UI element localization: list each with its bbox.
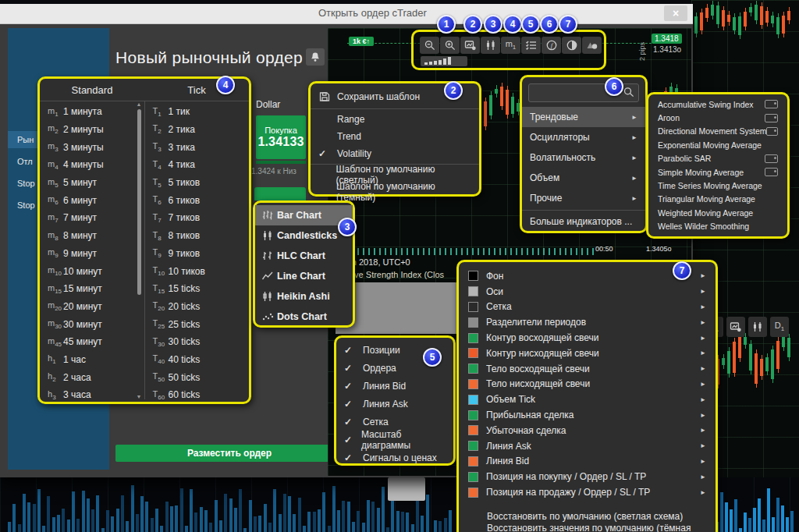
color-setting-item[interactable]: Разделители периодов► [459,314,716,330]
timeframe-item[interactable]: T55 тиков [145,174,250,192]
timeframe-item[interactable]: m44 минуты [40,156,144,174]
indicator-item[interactable]: Welles Wilder Smoothing [648,220,787,233]
timeframe-d1-button[interactable]: D1 [770,317,789,337]
close-button[interactable]: × [664,5,687,21]
timeframe-item[interactable]: m4545 минут [40,333,144,351]
timeframe-item[interactable]: h22 часа [40,368,144,386]
indicator-item[interactable]: Weighted Moving Average [648,206,787,219]
timeframe-item[interactable]: T77 тиков [145,209,250,227]
indicator-button[interactable] [481,37,500,54]
color-setting-item[interactable]: Линия Bid► [459,454,716,470]
timeframe-item[interactable]: m77 минут [40,209,144,227]
timeframe-item[interactable]: T5050 ticks [145,368,250,386]
timeframe-item[interactable]: T1515 ticks [145,280,250,298]
buy-button[interactable]: Покупка 1.34133 [256,115,306,159]
timeframe-item[interactable]: m33 минуты [40,138,144,156]
indicator-button[interactable] [748,317,767,337]
color-setting-item[interactable]: Убыточная сделка► [459,423,716,438]
timeframe-item[interactable]: m1515 минут [40,280,144,298]
view-option-item[interactable]: ✓Сигналы о ценах [336,449,453,466]
indicator-category-item[interactable]: Осцилляторы► [522,127,645,147]
chart-type-item[interactable]: Line Chart [255,266,353,286]
timeframe-item[interactable]: m55 минут [40,174,144,192]
timeframe-item[interactable]: T6060 ticks [145,386,250,404]
timeframe-item[interactable]: T1010 тиков [145,262,250,280]
indicator-item[interactable]: Simple Moving Average [648,165,787,179]
default-template-item[interactable]: Шаблон по умолчанию (темный) [311,183,479,200]
scrollbar-thumb[interactable] [137,109,141,295]
timeframe-item[interactable]: T4040 ticks [145,351,250,369]
timeframe-item[interactable]: T22 тика [145,121,250,139]
timeframe-item[interactable]: T2020 ticks [145,298,250,316]
color-setting-item[interactable]: Контур восходящей свечи► [459,330,716,346]
timeframe-m1-button[interactable]: m1 [501,37,520,54]
scroll-up-icon[interactable]: ▲ [137,101,142,107]
indicator-item[interactable]: Triangular Moving Average [648,193,787,206]
view-option-item[interactable]: ✓Линия Bid [336,377,453,395]
timeframe-item[interactable]: T44 тика [145,156,250,174]
color-setting-item[interactable]: Позиция на покупку / Ордер / SL / TP► [459,469,716,484]
reset-defaults-item[interactable]: Восстановить значения по умолчанию (тёмн… [459,525,716,532]
indicator-category-item[interactable]: Трендовые► [522,107,645,127]
indicator-category-item[interactable]: Прочие► [522,188,645,208]
indicator-category-item[interactable]: Объем► [522,168,645,188]
alerts-button[interactable] [306,48,325,66]
indicator-category-item[interactable]: Волатильность► [522,147,645,168]
color-setting-item[interactable]: Объем Tick► [459,392,716,407]
color-setting-item[interactable]: Тело восходящей свечи► [459,361,716,377]
volume-bars-button[interactable] [421,56,467,66]
chart-type-item[interactable]: Heikin Ashi [255,286,353,307]
view-option-item[interactable]: ✓Масштаб диаграммы [336,431,453,449]
preview-toggle-icon[interactable] [765,114,778,122]
preview-toggle-icon[interactable] [766,127,778,136]
timeframe-item[interactable]: m99 минут [40,245,144,263]
contrast-button[interactable] [562,37,581,54]
preview-toggle-icon[interactable] [765,168,778,176]
indicator-item[interactable]: Parabolic SAR [648,152,787,165]
timeframe-item[interactable]: T11 тик [145,103,250,121]
timeframe-item[interactable]: m3030 минут [40,315,144,333]
timeframe-item[interactable]: T88 тиков [145,227,250,245]
template-button[interactable] [726,317,745,337]
timeframe-item[interactable]: T66 тиков [145,191,250,209]
timeframe-item[interactable]: h33 часа [40,386,144,404]
color-setting-item[interactable]: Сетка► [459,300,716,315]
color-setting-item[interactable]: Тело нисходящей свечи► [459,377,716,392]
more-indicators-item[interactable]: Больше индикаторов ... [522,212,645,231]
color-setting-item[interactable]: Контур нисходящей свечи► [459,346,716,361]
color-setting-item[interactable]: Оси► [459,284,716,300]
timeframe-item[interactable]: m22 минуты [40,121,144,139]
timeframe-item[interactable]: T99 тиков [145,245,250,263]
timeframe-item[interactable]: h11 час [40,351,144,369]
indicator-item[interactable]: Aroon [648,111,787,124]
chart-type-item[interactable]: HLC Chart [255,246,353,266]
zoom-in-button[interactable] [440,37,460,54]
color-setting-item[interactable]: Позиция на продажу / Ордер / SL / TP► [459,484,716,500]
timeframe-item[interactable]: m11 минута [40,103,144,121]
preview-toggle-icon[interactable] [765,100,778,108]
timeframe-item[interactable]: m88 минут [40,227,144,245]
timeframe-item[interactable]: T3030 ticks [145,333,250,351]
timeframe-item[interactable]: m1010 минут [40,262,144,280]
indicator-item[interactable]: Exponential Moving Average [648,138,787,151]
template-option-item[interactable]: Trend [311,128,479,145]
function-button[interactable]: f [542,37,561,54]
indicator-item[interactable]: Time Series Moving Average [648,179,787,192]
zoom-out-button[interactable] [420,37,439,54]
place-order-button[interactable]: Разместить ордер [115,445,343,462]
template-option-item[interactable]: Range [311,111,479,128]
color-setting-item[interactable]: Линия Ask► [459,438,716,454]
template-option-item[interactable]: ✓Volatility [311,145,479,162]
timeframe-item[interactable]: m2020 минут [40,298,144,316]
indicator-item[interactable]: Accumulative Swing Index [648,98,787,111]
indicator-item[interactable]: Directional Movement System [648,125,787,138]
timeframe-item[interactable]: T33 тика [145,138,250,156]
view-option-item[interactable]: ✓Линия Ask [336,395,453,413]
color-setting-item[interactable]: Прибыльная сделка► [459,407,716,423]
scroll-down-icon[interactable]: ▼ [137,394,142,399]
preview-toggle-icon[interactable] [765,154,778,163]
timeframe-item[interactable]: T2525 ticks [145,315,250,333]
checklist-button[interactable] [521,37,541,54]
template-button[interactable] [460,37,480,54]
chart-type-item[interactable]: Dots Chart [255,307,353,327]
